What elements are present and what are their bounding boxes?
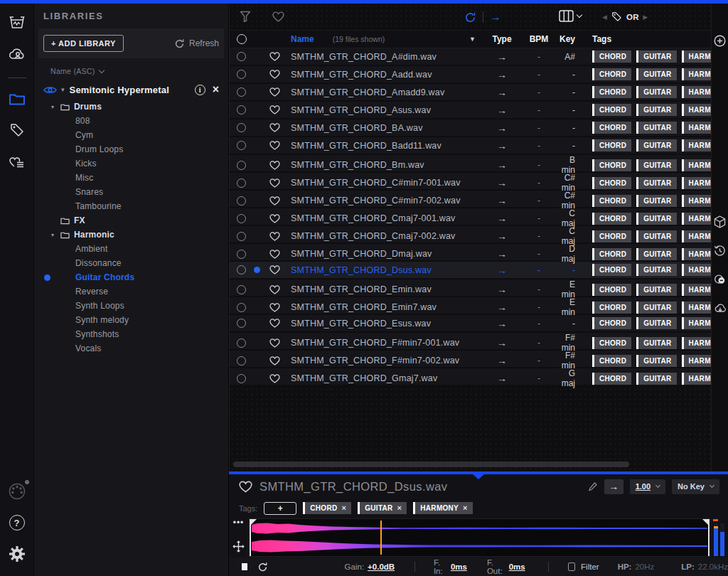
row-select-circle[interactable] (237, 265, 246, 274)
file-name[interactable]: SMTHM_GTR_CHORD_Bm.wav (291, 160, 481, 170)
type-arrow-icon[interactable]: → (481, 213, 523, 224)
row-select-circle[interactable] (237, 161, 246, 170)
gain-value[interactable]: +0.0dB (368, 562, 395, 571)
tree-item[interactable]: ▾ Snares (34, 185, 228, 199)
table-row[interactable]: SMTHM_GTR_CHORD_Bm.wav → - B min CHORDGU… (230, 155, 711, 173)
table-row[interactable]: SMTHM_GTR_CHORD_F#min7-001.wav → - F# mi… (230, 333, 711, 351)
similar-sounds-icon[interactable] (714, 274, 726, 285)
panel-resize-handle[interactable] (473, 474, 484, 479)
midi-icon[interactable] (8, 482, 26, 501)
table-row[interactable]: SMTHM_GTR_CHORD_F#min7-002.wav → - F# mi… (230, 351, 711, 368)
favorite-heart-icon[interactable] (269, 356, 291, 366)
type-arrow-icon[interactable]: → (481, 318, 523, 329)
table-row[interactable]: SMTHM_GTR_CHORD_Asus.wav → - - CHORDGUIT… (230, 102, 711, 119)
column-tags[interactable]: Tags (592, 34, 711, 44)
tag-chip[interactable]: GUITAR (636, 50, 676, 63)
file-name[interactable]: SMTHM_GTR_CHORD_Cmaj7-002.wav (291, 231, 481, 241)
tag-chip[interactable]: GUITAR (636, 248, 676, 260)
table-row[interactable]: SMTHM_GTR_CHORD_Amadd9.wav → - - CHORDGU… (230, 84, 711, 102)
tag-chip[interactable]: HARMONY (682, 159, 711, 171)
type-arrow-icon[interactable]: → (481, 230, 523, 242)
settings-gear-icon[interactable] (8, 545, 26, 563)
row-select-circle[interactable] (237, 70, 246, 79)
tag-chip[interactable]: HARMONY (682, 317, 711, 329)
type-arrow-icon[interactable]: → (481, 302, 523, 313)
row-select-circle[interactable] (237, 338, 246, 348)
stop-button[interactable] (242, 563, 247, 570)
library-info-button[interactable]: i (195, 85, 205, 95)
tag-chip[interactable]: HARMONY (682, 104, 711, 116)
tag-chip[interactable]: HARMONY (682, 355, 711, 367)
row-select-circle[interactable] (237, 319, 246, 328)
favorite-heart-icon[interactable] (269, 232, 291, 241)
tag-chip[interactable]: CHORD (592, 86, 631, 98)
tag-chip[interactable]: HARMONY (682, 122, 711, 134)
table-row[interactable]: SMTHM_GTR_CHORD_Esus.wav → - - CHORDGUIT… (230, 315, 711, 333)
file-name[interactable]: SMTHM_GTR_CHORD_Emin.wav (291, 284, 481, 294)
tag-chip[interactable]: HARMONY (682, 177, 711, 189)
fade-out-value[interactable]: 0ms (509, 562, 525, 571)
favorite-heart-icon[interactable] (269, 178, 291, 188)
tree-item[interactable]: ▾ Misc (34, 171, 228, 185)
row-select-circle[interactable] (237, 214, 246, 223)
sync-icon[interactable] (464, 11, 476, 23)
hp-value[interactable]: 20Hz (635, 562, 654, 571)
table-row[interactable]: SMTHM_GTR_CHORD_Cmaj7-001.wav → - C maj … (230, 208, 711, 226)
waveform-display[interactable] (248, 518, 711, 557)
tag-chip[interactable]: GUITAR (636, 373, 676, 385)
file-name[interactable]: SMTHM_GTR_CHORD_Amadd9.wav (291, 87, 481, 97)
tag-chip[interactable]: HARMONY (682, 68, 711, 80)
tree-item[interactable]: ▾ Synth melody (34, 313, 228, 327)
column-bpm[interactable]: BPM (523, 34, 555, 44)
table-row[interactable]: SMTHM_GTR_CHORD_Dmaj.wav → - D maj CHORD… (230, 244, 711, 262)
tag-chip[interactable]: GUITAR (636, 317, 676, 329)
tag-chip[interactable]: GUITAR (636, 159, 676, 171)
table-row[interactable]: SMTHM_GTR_CHORD_Emin7.wav → - E min CHOR… (230, 297, 711, 315)
column-key[interactable]: Key (555, 34, 592, 44)
table-row[interactable]: SMTHM_GTR_CHORD_Dsus.wav → - - CHORDGUIT… (230, 262, 711, 279)
remove-tag-icon[interactable]: × (463, 504, 468, 512)
row-select-circle[interactable] (237, 141, 246, 150)
cloud-account-icon[interactable] (8, 45, 26, 63)
file-name[interactable]: SMTHM_GTR_CHORD_Esus.wav (291, 319, 481, 329)
trim-end-handle[interactable] (708, 519, 710, 556)
table-row[interactable]: SMTHM_GTR_CHORD_C#min7-001.wav → - C# mi… (230, 173, 711, 191)
type-arrow-icon[interactable]: → (481, 195, 523, 206)
tree-item[interactable]: ▾ Harmonic (34, 228, 228, 242)
type-arrow-icon[interactable]: → (481, 177, 523, 188)
move-icon[interactable] (232, 540, 245, 553)
sort-selector[interactable]: Name (ASC) (50, 67, 228, 75)
file-name[interactable]: SMTHM_GTR_CHORD_Emin7.wav (291, 302, 481, 312)
file-name[interactable]: SMTHM_GTR_CHORD_BA.wav (291, 123, 481, 133)
favorite-heart-icon[interactable] (269, 161, 291, 170)
tag-chip[interactable]: CHORD (592, 195, 631, 207)
type-arrow-icon[interactable]: → (481, 140, 523, 151)
tag-chip[interactable]: CHORD (592, 248, 631, 260)
playhead-cursor[interactable] (380, 521, 382, 555)
tag-chip[interactable]: HARMONY (682, 373, 711, 385)
tree-item[interactable]: ▾ Dissonance (34, 256, 228, 270)
tag-chip[interactable]: HARMONY (682, 230, 711, 242)
row-select-circle[interactable] (237, 52, 246, 61)
tag-chip[interactable]: GUITAR (636, 139, 676, 151)
auto-advance-arrow-icon[interactable]: → (490, 11, 501, 23)
tag-chip[interactable]: CHORD (592, 230, 631, 242)
tag-chip[interactable]: GUITAR× (358, 502, 407, 514)
next-arrow-icon[interactable]: ▶ (643, 14, 648, 21)
tag-chip[interactable]: CHORD (592, 302, 631, 314)
row-select-circle[interactable] (237, 232, 246, 241)
tag-chip[interactable]: CHORD (592, 284, 631, 296)
waveform-menu-icon[interactable]: ••• (233, 521, 245, 524)
type-arrow-icon[interactable]: → (481, 105, 523, 116)
remove-tag-icon[interactable]: × (397, 504, 402, 512)
favorite-heart-icon[interactable] (269, 374, 291, 383)
tree-item[interactable]: ▾ Drums (34, 100, 228, 114)
type-arrow-icon[interactable]: → (481, 284, 523, 295)
favorite-heart-icon[interactable] (269, 52, 291, 61)
tag-chip[interactable]: GUITAR (636, 230, 676, 242)
tag-chip[interactable]: GUITAR (636, 337, 676, 349)
file-name[interactable]: SMTHM_GTR_CHORD_Asus.wav (291, 105, 481, 115)
tag-chip[interactable]: GUITAR (636, 302, 676, 314)
tag-chip[interactable]: CHORD (592, 139, 631, 151)
store-icon[interactable] (8, 14, 26, 32)
